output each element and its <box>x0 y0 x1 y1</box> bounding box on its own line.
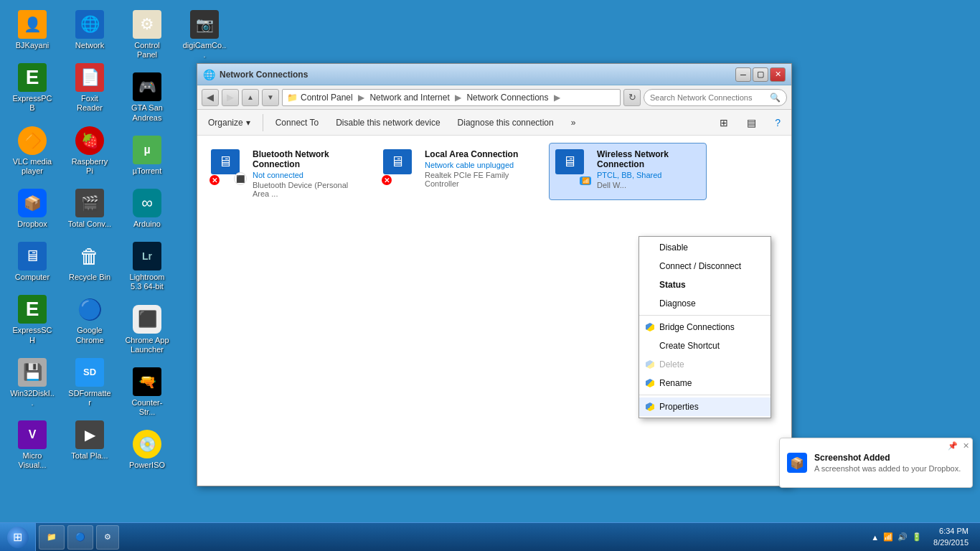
icon-poweriso[interactable]: 💿 PowerISO <box>122 427 172 473</box>
address-bar: ◀ ▶ ▲ ▼ 📁 Control Panel ▶ Network and In… <box>197 85 791 110</box>
icon-vlc[interactable]: 🔶 VLC media player <box>7 123 57 179</box>
chrome-taskbar-icon: 🔵 <box>75 532 85 542</box>
help-button[interactable]: ? <box>767 113 788 133</box>
icon-recycle-bin[interactable]: 🗑 Recycle Bin <box>65 239 115 285</box>
search-input[interactable] <box>650 93 767 102</box>
icon-google-chrome[interactable]: 🔵 Google Chrome <box>65 292 115 347</box>
address-box[interactable]: 📁 Control Panel ▶ Network and Internet ▶… <box>282 89 621 106</box>
ethernet-icon: 🖥 <box>390 154 405 170</box>
ctx-bridge[interactable]: Bridge Connections <box>639 318 771 336</box>
details-button[interactable]: ▤ <box>739 113 764 133</box>
ctx-diagnose[interactable]: Diagnose <box>639 294 771 313</box>
forward-button[interactable]: ▶ <box>222 89 239 106</box>
taskbar-settings[interactable]: ⚙ <box>96 525 119 550</box>
icon-raspberrypi[interactable]: 🍓 Raspberry Pi <box>65 123 115 179</box>
icon-expresspcb[interactable]: E ExpressPCB <box>7 60 57 116</box>
icon-dropbox[interactable]: 📦 Dropbox <box>7 186 57 232</box>
notification-icon: 📦 <box>787 453 807 473</box>
ctx-separator-1 <box>639 315 771 316</box>
bluetooth-icon: 🖥 <box>218 154 232 170</box>
taskbar-explorer[interactable]: 📁 <box>39 525 65 550</box>
icon-total-play[interactable]: ▶ Total Pla... <box>65 418 115 463</box>
icon-counter-strike[interactable]: 🔫 Counter-Str... <box>122 364 172 420</box>
wireless-connection[interactable]: 🖥 📶 Wireless Network Connection PTCL, BB… <box>549 143 707 200</box>
notification-pin[interactable]: 📌 <box>948 441 958 451</box>
back-button[interactable]: ◀ <box>202 89 219 106</box>
window-title: Network Connections <box>220 70 735 80</box>
recent-button[interactable]: ▼ <box>262 89 279 106</box>
diagnose-connection-button[interactable]: Diagnose this connection <box>450 113 562 133</box>
wireless-icon: 🖥 <box>562 154 577 170</box>
clock-time: 6:34 PM <box>933 526 969 537</box>
desktop: 👤 BJKayani E ExpressPCB 🔶 VLC media play… <box>0 0 980 522</box>
bluetooth-device: Bluetooth Device (Personal Area ... <box>253 181 356 198</box>
clock[interactable]: 6:34 PM 8/29/2015 <box>928 526 974 548</box>
systray-volume-icon: 🔊 <box>897 532 908 542</box>
local-connection-name: Local Area Connection <box>425 149 528 159</box>
icon-control-panel[interactable]: ⚙ Control Panel <box>122 7 172 62</box>
bluetooth-badge-icon: ⬛ <box>236 175 245 183</box>
breadcrumb: Control Panel ▶ Network and Internet ▶ N… <box>301 93 563 103</box>
disable-network-button[interactable]: Disable this network device <box>328 113 448 133</box>
icon-chrome-app-launcher[interactable]: ⬛ Chrome App Launcher <box>122 302 172 357</box>
titlebar: 🌐 Network Connections ─ ▢ ✕ <box>197 64 791 85</box>
ctx-shortcut[interactable]: Create Shortcut <box>639 336 771 355</box>
icon-sdformatter[interactable]: SD SDFormatter <box>65 355 115 410</box>
toolbar: Organize ▾ Connect To Disable this netwo… <box>197 110 791 136</box>
icon-network[interactable]: 🌐 Network <box>65 7 115 53</box>
up-button[interactable]: ▲ <box>242 89 259 106</box>
ctx-connect-disconnect[interactable]: Connect / Disconnect <box>639 257 771 276</box>
icon-computer[interactable]: 🖥 Computer <box>7 239 57 285</box>
close-button[interactable]: ✕ <box>770 67 786 82</box>
ctx-properties[interactable]: Properties <box>639 397 771 416</box>
desktop-icons: 👤 BJKayani E ExpressPCB 🔶 VLC media play… <box>7 7 201 509</box>
systray-arrow[interactable]: ▲ <box>871 533 879 542</box>
icon-bjkayani[interactable]: 👤 BJKayani <box>7 7 57 53</box>
icon-gta[interactable]: 🎮 GTA San Andreas <box>122 70 172 125</box>
icon-msvisual[interactable]: V Micro Visual... <box>7 418 57 473</box>
window-icon: 🌐 <box>203 69 215 80</box>
icon-win32disk[interactable]: 💾 Win32DiskI... <box>7 355 57 410</box>
taskbar-chrome[interactable]: 🔵 <box>67 525 93 550</box>
search-box[interactable]: 🔍 <box>644 89 787 106</box>
context-menu: Disable Connect / Disconnect Status Diag… <box>639 236 771 418</box>
connect-to-button[interactable]: Connect To <box>268 113 327 133</box>
ctx-rename[interactable]: Rename <box>639 374 771 392</box>
ctx-disable[interactable]: Disable <box>639 238 771 257</box>
more-options-button[interactable]: » <box>563 113 584 133</box>
start-button[interactable]: ⊞ <box>0 523 36 552</box>
settings-taskbar-icon: ⚙ <box>104 532 111 542</box>
icon-foxit[interactable]: 📄 Foxit Reader <box>65 60 115 116</box>
window-content: 🖥 ⬛ ✕ Bluetooth Network Connection Not c… <box>197 136 791 486</box>
view-options-button[interactable]: ⊞ <box>712 113 736 133</box>
systray: ▲ 📶 🔊 🔋 <box>871 532 922 542</box>
icon-lightroom[interactable]: Lr Lightroom 5.3 64-bit <box>122 239 172 294</box>
maximize-button[interactable]: ▢ <box>753 67 768 82</box>
toolbar-separator-1 <box>263 114 263 131</box>
wireless-status: PTCL, BB, Shared <box>597 171 700 179</box>
organize-arrow-icon: ▾ <box>246 118 250 128</box>
ctx-status[interactable]: Status <box>639 276 771 294</box>
bluetooth-status: Not connected <box>253 171 356 179</box>
systray-power-icon: 🔋 <box>912 532 922 542</box>
systray-network-icon: 📶 <box>883 532 893 542</box>
ctx-delete[interactable]: Delete <box>639 355 771 374</box>
minimize-button[interactable]: ─ <box>735 67 751 82</box>
notification-body: A screenshot was added to your Dropbox. <box>814 464 965 473</box>
bluetooth-connection[interactable]: 🖥 ⬛ ✕ Bluetooth Network Connection Not c… <box>204 143 362 200</box>
network-connections-window: 🌐 Network Connections ─ ▢ ✕ ◀ ▶ ▲ ▼ 📁 Co… <box>197 63 792 486</box>
explorer-icon: 📁 <box>47 532 57 542</box>
notification-close[interactable]: ✕ <box>963 441 969 451</box>
dropbox-notification: 📦 Screenshot Added A screenshot was adde… <box>779 438 973 488</box>
organize-button[interactable]: Organize ▾ <box>200 113 258 133</box>
icon-arduino[interactable]: ∞ Arduino <box>122 186 172 232</box>
bluetooth-name: Bluetooth Network Connection <box>253 149 356 169</box>
local-connection-device: Realtek PCIe FE Family Controller <box>425 171 528 188</box>
refresh-button[interactable]: ↻ <box>623 89 641 106</box>
icon-digicam[interactable]: 📷 digiCamCo... <box>179 7 230 62</box>
icon-expresssch[interactable]: E ExpressSCH <box>7 292 57 347</box>
signal-icon: 📶 <box>582 177 590 184</box>
icon-utorrent[interactable]: µ µTorrent <box>122 133 172 179</box>
icon-total-conv[interactable]: 🎬 Total Conv... <box>65 186 115 232</box>
local-area-connection[interactable]: 🖥 ✕ Local Area Connection Network cable … <box>377 143 534 200</box>
